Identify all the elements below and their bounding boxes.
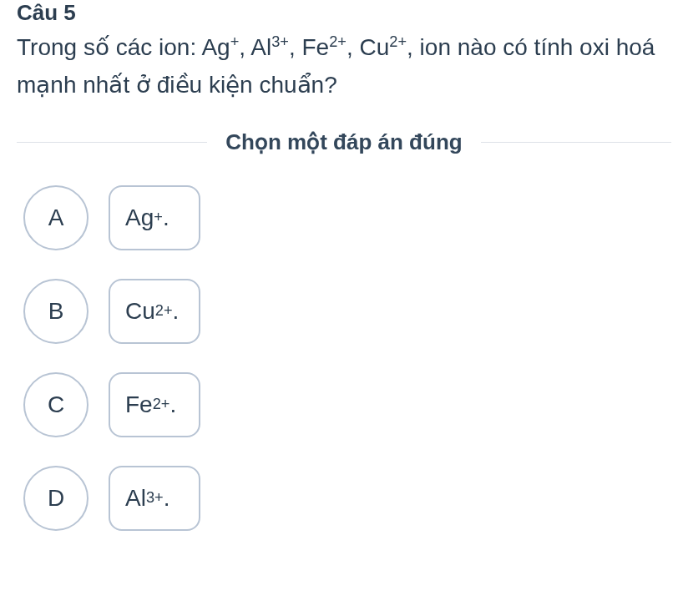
option-label-a[interactable]: Ag+.	[109, 185, 200, 250]
option-c[interactable]: C Fe2+.	[23, 372, 671, 437]
option-label-b[interactable]: Cu2+.	[109, 279, 200, 344]
option-b[interactable]: B Cu2+.	[23, 279, 671, 344]
divider-left	[17, 142, 207, 143]
option-label-d[interactable]: Al3+.	[109, 466, 200, 531]
options-list: A Ag+. B Cu2+. C Fe2+. D Al3+.	[17, 185, 671, 531]
question-number: Câu 5	[17, 0, 671, 26]
option-d[interactable]: D Al3+.	[23, 466, 671, 531]
option-letter-a[interactable]: A	[23, 185, 89, 250]
instruction-text: Chọn một đáp án đúng	[207, 129, 480, 155]
divider-right	[481, 142, 671, 143]
question-text: Trong số các ion: Ag+, Al3+, Fe2+, Cu2+,…	[17, 29, 671, 104]
option-letter-b[interactable]: B	[23, 279, 89, 344]
instruction-divider: Chọn một đáp án đúng	[17, 129, 671, 155]
option-letter-c[interactable]: C	[23, 372, 89, 437]
option-letter-d[interactable]: D	[23, 466, 89, 531]
option-label-c[interactable]: Fe2+.	[109, 372, 200, 437]
option-a[interactable]: A Ag+.	[23, 185, 671, 250]
